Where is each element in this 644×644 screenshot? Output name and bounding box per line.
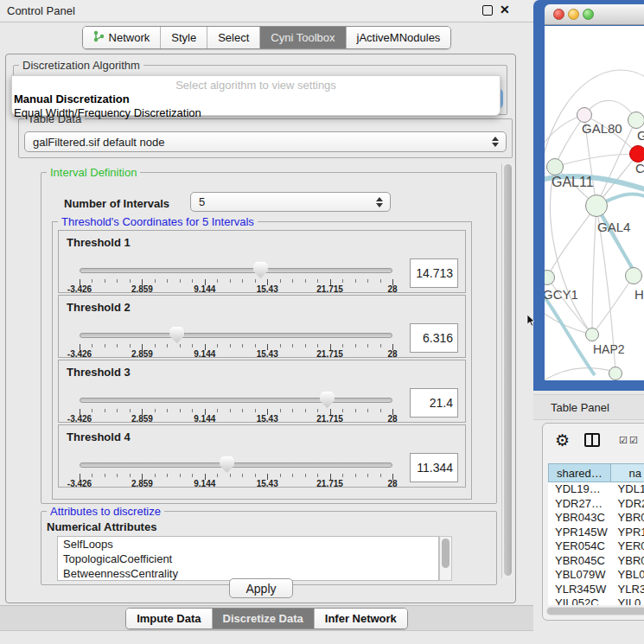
table-row[interactable]: YBR043CYBR0 <box>548 511 644 526</box>
table-row[interactable]: YDL19…YDL1 <box>548 482 644 497</box>
table-row[interactable]: YDR27…YDR2 <box>548 497 644 512</box>
threshold-3-label: Threshold 3 <box>67 366 131 379</box>
algorithm-placeholder-option[interactable]: Select algorithm to view settings <box>12 76 500 92</box>
cell-shared-name[interactable]: YIL052C <box>548 596 611 605</box>
number-of-intervals-combo[interactable]: 5 <box>190 192 391 212</box>
split-columns-icon[interactable] <box>584 433 600 447</box>
threshold-2-label: Threshold 2 <box>67 301 131 314</box>
table-body[interactable]: YDL19…YDL1 YDR27…YDR2 YBR043CYBR0 YPR145… <box>548 482 644 605</box>
node-gal11[interactable] <box>546 158 564 175</box>
cell-shared-name[interactable]: YDR27… <box>548 497 611 512</box>
interval-definition-title: Interval Definition <box>47 166 140 179</box>
cell-shared-name[interactable]: YBR045C <box>548 554 611 569</box>
cell-shared-name[interactable]: YDL19… <box>548 482 611 497</box>
node-selected-red[interactable] <box>629 145 644 163</box>
table-row[interactable]: YER054CYER0 <box>548 539 644 554</box>
cell-shared-name[interactable]: YER054C <box>548 539 611 554</box>
threshold-2-value-field[interactable]: 6.316 <box>410 323 458 353</box>
node-top-right[interactable] <box>628 112 644 129</box>
table-horizontal-scrollbar[interactable] <box>546 607 644 615</box>
threshold-3-slider-thumb[interactable] <box>320 392 335 408</box>
tab-infer-network[interactable]: Infer Network <box>315 609 407 628</box>
cell-shared-name[interactable]: YPR145W <box>548 526 611 540</box>
slider-track[interactable] <box>80 268 392 273</box>
checkbox-icon[interactable]: ☑ <box>629 435 638 446</box>
cell-name[interactable]: YPR1 <box>611 526 644 540</box>
threshold-2-slider-thumb[interactable] <box>169 327 184 343</box>
minimize-traffic-light-icon[interactable] <box>568 9 579 20</box>
node-gal4[interactable] <box>585 194 608 217</box>
checkbox-icon[interactable]: ☑ <box>619 435 628 446</box>
threshold-4-value-field[interactable]: 11.344 <box>410 453 458 482</box>
cell-name[interactable]: YBR0 <box>611 511 644 526</box>
tab-impute-data[interactable]: Impute Data <box>126 609 212 628</box>
numerical-attributes-list[interactable]: SelfLoops TopologicalCoefficient Between… <box>57 536 439 581</box>
cell-shared-name[interactable]: YBL079W <box>548 568 611 583</box>
table-data-combo[interactable]: galFiltered.sif default node <box>24 131 507 152</box>
threshold-4-slider-thumb[interactable] <box>220 456 234 473</box>
cell-shared-name[interactable]: YLR345W <box>548 583 611 597</box>
numerical-attributes-label: Numerical Attributes <box>47 520 156 533</box>
column-header-name[interactable]: na <box>611 463 644 482</box>
tab-cyni-toolbox[interactable]: Cyni Toolbox <box>260 27 346 48</box>
table-row[interactable]: YLR345WYLR3 <box>548 583 644 597</box>
close-icon[interactable]: ✕ <box>500 3 510 16</box>
slider-track[interactable] <box>80 398 392 403</box>
cell-name[interactable]: YDL1 <box>611 482 644 497</box>
cell-name[interactable]: YER0 <box>611 539 644 554</box>
threshold-1-value-field[interactable]: 14.713 <box>410 258 458 288</box>
table-row[interactable]: YBL079WYBL0 <box>548 568 644 583</box>
threshold-2-slider[interactable] <box>80 328 392 346</box>
cell-name[interactable]: YDR2 <box>611 497 644 512</box>
attributes-list-scrollbar[interactable] <box>439 536 452 581</box>
table-toolbar: ⚙ ☑ ☑ <box>543 424 644 458</box>
threshold-1-slider-thumb[interactable] <box>253 262 268 278</box>
apply-button[interactable]: Apply <box>229 578 293 598</box>
close-traffic-light-icon[interactable] <box>553 9 564 20</box>
node-h[interactable] <box>625 267 642 284</box>
algorithm-option-manual[interactable]: Manual Discretization <box>12 92 500 105</box>
table-row[interactable]: YBR045CYBR0 <box>548 554 644 569</box>
threshold-1-scale: -3.4262.8599.14415.4321.71528 <box>80 279 392 293</box>
table-row[interactable]: YIL052CYIL0 <box>548 596 644 605</box>
table-panel-title: Table Panel <box>551 401 609 414</box>
table-row[interactable]: YPR145WYPR1 <box>548 526 644 540</box>
panel-vertical-scrollbar[interactable] <box>501 163 513 578</box>
node-label-gal80: GAL80 <box>582 121 622 136</box>
gear-icon[interactable]: ⚙ <box>555 430 570 450</box>
control-panel-titlebar: Control Panel ✕ <box>0 0 533 22</box>
column-header-shared-name[interactable]: shared… <box>548 463 611 482</box>
cell-name[interactable]: YIL0 <box>611 596 644 605</box>
node-hap2[interactable] <box>585 328 599 341</box>
cell-name[interactable]: YLR3 <box>611 583 644 597</box>
node-label-partial-c: C <box>635 161 644 175</box>
top-tab-strip: Network Style Select Cyni Toolbox jActiv… <box>0 26 533 49</box>
scrollbar-thumb[interactable] <box>504 164 512 576</box>
list-item[interactable]: SelfLoops <box>58 537 438 552</box>
scrollbar-thumb[interactable] <box>547 608 644 615</box>
network-view-window: GAL80 GA C GAL11 GAL4 GCY1 H HAP2 <box>533 0 644 391</box>
tab-jactivemnodules[interactable]: jActiveMNodules <box>347 27 451 48</box>
threshold-3-slider[interactable] <box>80 393 392 411</box>
threshold-1-slider[interactable] <box>80 264 392 281</box>
cell-shared-name[interactable]: YBR043C <box>548 511 611 526</box>
network-canvas[interactable]: GAL80 GA C GAL11 GAL4 GCY1 H HAP2 <box>545 26 644 380</box>
slider-track[interactable] <box>80 333 392 338</box>
tab-discretize-data[interactable]: Discretize Data <box>213 609 315 628</box>
node-bottom-partial[interactable] <box>609 367 622 380</box>
cell-name[interactable]: YBL0 <box>611 568 644 583</box>
float-window-icon[interactable] <box>482 5 493 16</box>
algorithm-option-equal-width[interactable]: Equal Width/Frequency Discretization <box>12 105 500 120</box>
scrollbar-thumb[interactable] <box>442 539 450 568</box>
tab-style[interactable]: Style <box>161 27 207 48</box>
network-window-titlebar[interactable] <box>545 4 644 25</box>
threshold-3-value-field[interactable]: 21.4 <box>410 388 458 418</box>
slider-track[interactable] <box>80 462 392 468</box>
cell-name[interactable]: YBR0 <box>611 554 644 569</box>
thresholds-group: Threshold's Coordinates for 5 Intervals … <box>52 221 472 500</box>
list-item[interactable]: TopologicalCoefficient <box>58 552 438 566</box>
tab-network[interactable]: Network <box>83 27 162 48</box>
zoom-traffic-light-icon[interactable] <box>583 9 594 20</box>
tab-select[interactable]: Select <box>207 27 260 48</box>
threshold-4-slider[interactable] <box>80 458 392 475</box>
